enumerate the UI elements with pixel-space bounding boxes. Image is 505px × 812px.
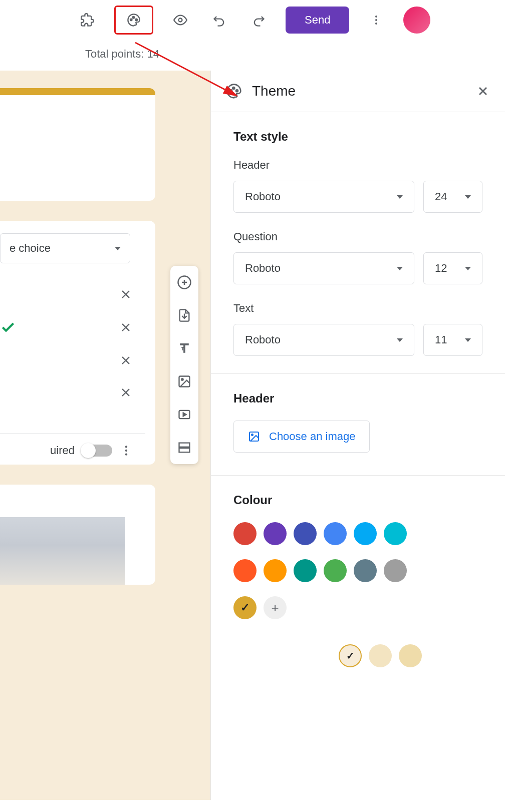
image-preview [0, 517, 125, 585]
header-section-title: Header [233, 391, 482, 405]
chevron-down-icon [397, 338, 403, 342]
svg-point-6 [375, 23, 377, 25]
chevron-down-icon [115, 247, 121, 250]
remove-option-icon[interactable] [119, 287, 133, 301]
undo-icon[interactable] [207, 8, 231, 32]
close-panel-icon[interactable] [476, 84, 490, 98]
svg-point-35 [251, 434, 253, 436]
colour-swatch[interactable] [264, 522, 287, 545]
total-points-label: Total points: 14 [0, 40, 505, 71]
svg-point-1 [133, 17, 135, 19]
remove-option-icon[interactable] [119, 385, 133, 399]
svg-point-3 [179, 19, 182, 22]
chevron-down-icon [465, 338, 471, 342]
add-question-icon[interactable] [175, 273, 193, 291]
form-header-card[interactable] [0, 88, 155, 201]
svg-point-4 [375, 16, 377, 18]
colour-swatch[interactable] [233, 596, 257, 619]
colour-section-title: Colour [233, 493, 482, 507]
question-size-select[interactable]: 12 [423, 252, 482, 284]
question-font-select[interactable]: Roboto [233, 252, 414, 284]
colour-swatch[interactable] [324, 522, 347, 545]
theme-panel-header: Theme [211, 71, 505, 112]
side-toolbar [170, 266, 198, 464]
preview-icon[interactable] [168, 8, 192, 32]
background-colour-swatch[interactable] [369, 644, 392, 667]
header-font-label: Header [233, 159, 482, 172]
colour-swatch[interactable] [354, 559, 377, 582]
image-card[interactable] [0, 485, 155, 585]
chevron-down-icon [465, 267, 471, 270]
redo-icon[interactable] [246, 8, 271, 32]
colour-swatch[interactable] [233, 522, 257, 545]
svg-rect-27 [179, 443, 190, 447]
choose-image-button[interactable]: Choose an image [233, 421, 370, 453]
chevron-down-icon [397, 195, 403, 199]
header-size-select[interactable]: 24 [423, 181, 482, 213]
form-canvas: e choice uired [0, 71, 210, 800]
user-avatar[interactable] [403, 7, 430, 34]
remove-option-icon[interactable] [119, 353, 133, 367]
option-row [0, 310, 145, 344]
colour-swatch[interactable] [264, 559, 287, 582]
add-video-icon[interactable] [175, 405, 193, 424]
image-icon [248, 431, 260, 443]
correct-answer-icon [0, 319, 16, 335]
svg-point-17 [125, 446, 127, 448]
svg-point-31 [236, 90, 238, 92]
svg-point-0 [130, 19, 132, 21]
background-colour-row [233, 644, 482, 667]
colour-swatch[interactable] [384, 522, 407, 545]
question-font-label: Question [233, 230, 482, 243]
theme-panel-title: Theme [252, 83, 466, 99]
import-questions-icon[interactable] [175, 306, 193, 324]
svg-point-30 [232, 87, 234, 89]
palette-icon [226, 83, 242, 99]
colour-swatch[interactable] [324, 559, 347, 582]
required-label: uired [50, 444, 75, 457]
question-type-select[interactable]: e choice [0, 233, 130, 263]
chevron-down-icon [397, 267, 403, 270]
option-row [0, 376, 145, 409]
theme-panel: Theme Text style Header Roboto 24 Questi… [210, 71, 505, 800]
remove-option-icon[interactable] [119, 320, 133, 334]
colour-swatch[interactable] [384, 559, 407, 582]
add-title-icon[interactable] [175, 339, 193, 357]
add-image-icon[interactable] [175, 372, 193, 390]
background-colour-swatch[interactable] [399, 644, 422, 667]
question-type-label: e choice [10, 242, 51, 255]
header-font-select[interactable]: Roboto [233, 181, 414, 213]
text-style-title: Text style [233, 130, 482, 144]
colour-swatch[interactable] [354, 522, 377, 545]
colour-swatch[interactable] [233, 559, 257, 582]
top-toolbar: Send [0, 0, 505, 40]
option-row [0, 278, 145, 310]
svg-rect-28 [179, 448, 190, 452]
addons-icon[interactable] [75, 8, 99, 32]
svg-point-18 [125, 450, 127, 452]
send-button[interactable]: Send [286, 7, 349, 34]
option-row [0, 344, 145, 376]
text-size-select[interactable]: 11 [423, 324, 482, 356]
svg-point-29 [230, 90, 232, 92]
background-colour-swatch[interactable] [339, 644, 362, 667]
colour-swatch[interactable] [294, 559, 317, 582]
add-custom-colour[interactable]: + [264, 596, 287, 619]
svg-point-2 [136, 19, 138, 21]
svg-point-24 [181, 378, 183, 380]
customize-theme-icon[interactable] [114, 6, 153, 35]
more-options-icon[interactable] [364, 8, 388, 32]
required-toggle[interactable] [82, 445, 112, 457]
chevron-down-icon [465, 195, 471, 199]
svg-marker-26 [183, 413, 186, 417]
svg-point-5 [375, 19, 377, 21]
text-font-select[interactable]: Roboto [233, 324, 414, 356]
question-more-icon[interactable] [120, 444, 133, 457]
add-section-icon[interactable] [175, 439, 193, 457]
colour-grid: + [233, 522, 482, 619]
colour-swatch[interactable] [294, 522, 317, 545]
svg-point-19 [125, 453, 127, 455]
form-question-card[interactable]: e choice uired [0, 221, 155, 465]
text-font-label: Text [233, 302, 482, 315]
